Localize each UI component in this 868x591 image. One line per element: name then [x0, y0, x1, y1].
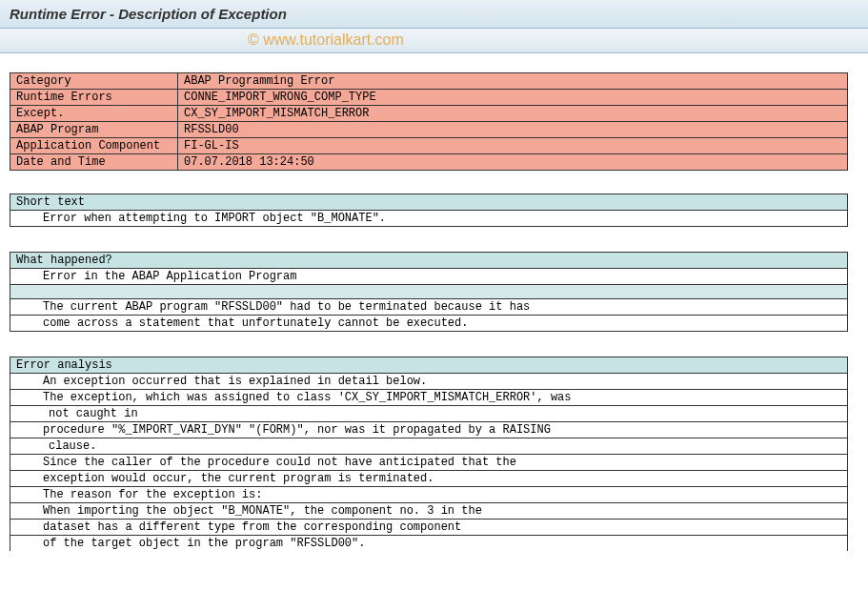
info-label: Category	[10, 73, 178, 90]
info-row: Application ComponentFI-GL-IS	[10, 138, 848, 154]
info-row: Date and Time07.07.2018 13:24:50	[10, 154, 848, 171]
info-label: Application Component	[10, 138, 178, 154]
section-line: Since the caller of the procedure could …	[10, 455, 847, 471]
section-header: Short text	[10, 194, 847, 211]
section-header: What happened?	[10, 253, 847, 269]
section-line: of the target object in the program "RFS…	[10, 536, 847, 551]
info-table: CategoryABAP Programming ErrorRuntime Er…	[10, 72, 848, 171]
section-line: The exception, which was assigned to cla…	[10, 390, 847, 406]
title-bar: Runtime Error - Description of Exception	[0, 0, 868, 29]
section-line: exception would occur, the current progr…	[10, 471, 847, 487]
info-row: Except.CX_SY_IMPORT_MISMATCH_ERROR	[10, 106, 848, 122]
info-value: CX_SY_IMPORT_MISMATCH_ERROR	[178, 106, 848, 122]
section-line	[10, 285, 847, 299]
info-value: 07.07.2018 13:24:50	[178, 154, 848, 171]
section-line: clause.	[10, 438, 847, 455]
info-label: ABAP Program	[10, 122, 178, 138]
section-header: Error analysis	[10, 357, 847, 374]
section-line: The reason for the exception is:	[10, 487, 847, 503]
info-value: ABAP Programming Error	[178, 73, 848, 90]
section-error-analysis: Error analysis An exception occurred tha…	[10, 357, 848, 551]
info-row: Runtime ErrorsCONNE_IMPORT_WRONG_COMP_TY…	[10, 90, 848, 106]
info-value: CONNE_IMPORT_WRONG_COMP_TYPE	[178, 90, 848, 106]
info-row: CategoryABAP Programming Error	[10, 73, 848, 90]
section-line: not caught in	[10, 406, 847, 422]
section-line: When importing the object "B_MONATE", th…	[10, 503, 847, 520]
content-area: CategoryABAP Programming ErrorRuntime Er…	[0, 53, 868, 560]
section-line: Error in the ABAP Application Program	[10, 269, 847, 285]
info-label: Except.	[10, 106, 178, 122]
section-line: dataset has a different type from the co…	[10, 520, 847, 536]
section-line: procedure "%_IMPORT_VARI_DYN" "(FORM)", …	[10, 422, 847, 438]
info-label: Runtime Errors	[10, 90, 178, 106]
section-line: An exception occurred that is explained …	[10, 374, 847, 390]
section-what-happened: What happened? Error in the ABAP Applica…	[10, 252, 848, 332]
section-short-text: Short text Error when attempting to IMPO…	[10, 194, 848, 227]
info-value: FI-GL-IS	[178, 138, 848, 154]
section-line: Error when attempting to IMPORT object "…	[10, 211, 847, 226]
info-row: ABAP ProgramRFSSLD00	[10, 122, 848, 138]
info-value: RFSSLD00	[178, 122, 848, 138]
info-label: Date and Time	[10, 154, 178, 171]
page-title: Runtime Error - Description of Exception	[10, 6, 287, 22]
toolbar	[0, 29, 868, 53]
section-line: come across a statement that unfortunate…	[10, 316, 847, 331]
section-line: The current ABAP program "RFSSLD00" had …	[10, 299, 847, 316]
